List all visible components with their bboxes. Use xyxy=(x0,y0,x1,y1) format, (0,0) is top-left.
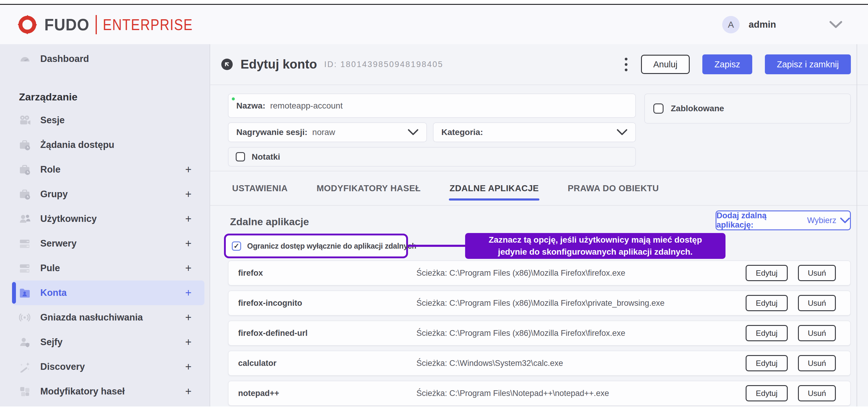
add-icon[interactable]: + xyxy=(185,336,191,348)
add-icon[interactable]: + xyxy=(185,237,191,250)
add-icon[interactable]: + xyxy=(185,213,191,225)
arrow-up-left-icon xyxy=(224,61,230,67)
cancel-button[interactable]: Anuluj xyxy=(641,55,690,74)
sidebar-item-groups[interactable]: Grupy + xyxy=(0,182,210,206)
edit-button[interactable]: Edytuj xyxy=(746,325,788,341)
notes-checkbox[interactable] xyxy=(236,152,245,161)
blocked-label: Zablokowane xyxy=(671,104,724,113)
restrict-access-checkbox[interactable]: ✓ xyxy=(232,242,241,251)
check-icon: ✓ xyxy=(234,243,239,250)
briefcase-clock-icon xyxy=(19,164,30,175)
sidebar-item-label: Serwery xyxy=(40,238,77,249)
annotation-callout: Zaznacz tą opcję, jeśli użytkownicy mają… xyxy=(465,233,725,259)
sidebar-item-label: Gniazda nasłuchiwania xyxy=(40,312,143,323)
name-value[interactable]: remoteapp-account xyxy=(270,101,342,110)
add-icon[interactable]: + xyxy=(185,311,191,324)
delete-button[interactable]: Usuń xyxy=(798,295,836,311)
tab-object-permissions[interactable]: PRAWA DO OBIEKTU xyxy=(567,181,659,196)
annotation-connector-line xyxy=(407,245,466,247)
separator xyxy=(210,205,868,205)
delete-button[interactable]: Usuń xyxy=(798,385,836,402)
users-icon xyxy=(19,213,30,225)
brand-name: FUDO xyxy=(44,15,90,34)
sidebar-item-label: Grupy xyxy=(40,189,68,200)
edit-button[interactable]: Edytuj xyxy=(746,265,788,281)
chevron-down-icon[interactable] xyxy=(829,21,842,29)
sidebar-item-safes[interactable]: Sejfy + xyxy=(0,330,210,354)
sidebar-item-pools[interactable]: Pule + xyxy=(0,256,210,281)
save-button[interactable]: Zapisz xyxy=(702,55,752,74)
sidebar-item-listeners[interactable]: Gniazda nasłuchiwania + xyxy=(0,305,210,330)
app-path: Ścieżka: C:\Windows\System32\calc.exe xyxy=(416,359,563,368)
sidebar-item-access-requests[interactable]: Żądania dostępu xyxy=(0,133,210,157)
delete-button[interactable]: Usuń xyxy=(798,355,836,371)
remote-app-row: firefox Ścieżka: C:\Program Files (x86)\… xyxy=(228,260,851,286)
row-actions: Edytuj Usuń xyxy=(746,355,836,371)
save-and-close-button[interactable]: Zapisz i zamknij xyxy=(765,55,851,74)
notes-checkbox-field[interactable]: Notatki xyxy=(228,147,636,166)
scrollbar[interactable] xyxy=(857,44,857,407)
blocked-checkbox[interactable] xyxy=(653,103,663,114)
tab-password-modifiers[interactable]: MODYFIKATORY HASEŁ xyxy=(316,181,421,196)
video-camera-icon xyxy=(19,115,30,126)
sidebar-item-users[interactable]: Użytkownicy + xyxy=(0,206,210,231)
app-path: Ścieżka: C:\Program Files (x86)\Mozilla … xyxy=(416,298,664,308)
delete-button[interactable]: Usuń xyxy=(798,325,836,341)
tab-settings[interactable]: USTAWIENIA xyxy=(231,181,288,196)
remote-app-row: notepad++ Ścieżka: C:\Program Files\Note… xyxy=(228,381,851,406)
add-remote-app-label: Dodaj zdalną aplikację: xyxy=(716,211,804,230)
broadcast-icon xyxy=(19,312,30,323)
briefcase-clock-icon xyxy=(19,139,30,151)
app-path: Ścieżka: C:\Program Files (x86)\Mozilla … xyxy=(416,268,625,278)
sidebar-item-label: Pule xyxy=(40,263,60,274)
recording-value: noraw xyxy=(312,127,335,137)
add-icon[interactable]: + xyxy=(185,360,191,373)
sidebar-item-servers[interactable]: Serwery + xyxy=(0,231,210,256)
row-actions: Edytuj Usuń xyxy=(746,295,836,311)
add-icon[interactable]: + xyxy=(185,163,191,176)
add-icon[interactable]: + xyxy=(185,287,191,299)
edit-button[interactable]: Edytuj xyxy=(746,355,788,371)
restrict-access-annotated-checkbox[interactable]: ✓ Ogranicz dostęp wyłącznie do aplikacji… xyxy=(224,233,408,258)
sidebar-item-accounts[interactable]: Konta + xyxy=(12,281,205,305)
sidebar-item-dashboard[interactable]: Dashboard xyxy=(0,46,210,71)
back-button[interactable] xyxy=(221,59,233,70)
edit-button[interactable]: Edytuj xyxy=(746,385,788,402)
category-select[interactable]: Kategoria: xyxy=(433,122,636,142)
remote-app-row: firefox-incognito Ścieżka: C:\Program Fi… xyxy=(228,290,851,316)
annotation-text-line1: Zaznacz tą opcję, jeśli użytkownicy mają… xyxy=(489,234,702,246)
tab-label: ZDALNE APLIKACJE xyxy=(450,183,539,193)
add-icon[interactable]: + xyxy=(185,262,191,275)
section-heading: Zdalne aplikacje xyxy=(230,216,309,228)
sidebar-item-roles[interactable]: Role + xyxy=(0,157,210,182)
sidebar-item-discovery[interactable]: Discovery + xyxy=(0,354,210,379)
user-menu[interactable]: A admin xyxy=(722,16,842,33)
app-name: firefox-defined-url xyxy=(238,329,308,338)
edit-button[interactable]: Edytuj xyxy=(746,295,788,311)
avatar: A xyxy=(722,16,740,33)
tab-remote-applications[interactable]: ZDALNE APLIKACJE xyxy=(449,181,539,196)
row-actions: Edytuj Usuń xyxy=(746,325,836,341)
add-remote-app-value: Wybierz xyxy=(807,216,836,225)
puzzle-icon xyxy=(19,386,30,397)
gauge-icon xyxy=(19,53,30,65)
sidebar-item-label: Sesje xyxy=(40,115,65,126)
add-remote-app-select[interactable]: Dodaj zdalną aplikację: Wybierz xyxy=(716,211,851,230)
sidebar-item-sessions[interactable]: Sesje xyxy=(0,108,210,133)
delete-button[interactable]: Usuń xyxy=(798,265,836,281)
brand-suffix: ENTERPRISE xyxy=(103,15,193,34)
brand-logo[interactable]: FUDO ENTERPRISE xyxy=(17,14,209,35)
app-name: firefox-incognito xyxy=(238,298,302,308)
name-field[interactable]: Nazwa: remoteapp-account xyxy=(228,94,636,118)
blocked-checkbox-field[interactable]: Zablokowane xyxy=(644,94,851,124)
active-tab-underline xyxy=(449,198,539,200)
annotation-text-line2: jedynie do skonfigurowanych aplikacji zd… xyxy=(498,246,692,258)
kebab-menu-icon[interactable] xyxy=(625,58,628,71)
sidebar-item-label: Dashboard xyxy=(40,54,89,64)
remote-app-row: calculator Ścieżka: C:\Windows\System32\… xyxy=(228,351,851,376)
add-icon[interactable]: + xyxy=(185,385,191,398)
add-icon[interactable]: + xyxy=(185,188,191,200)
restrict-access-label: Ogranicz dostęp wyłącznie do aplikacji z… xyxy=(247,242,416,250)
sidebar-item-password-modifiers[interactable]: Modyfikatory haseł + xyxy=(0,379,210,404)
session-recording-select[interactable]: Nagrywanie sesji: noraw xyxy=(228,122,427,142)
